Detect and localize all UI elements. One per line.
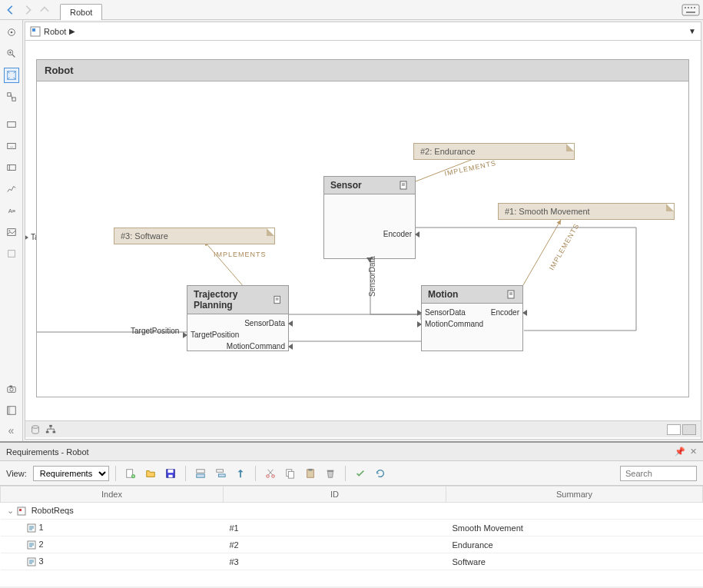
trace-icon[interactable] (4, 181, 19, 197)
promote-icon[interactable] (232, 465, 249, 482)
col-header-id[interactable]: ID (224, 487, 446, 503)
svg-point-22 (8, 230, 10, 231)
refresh-icon[interactable] (372, 465, 389, 482)
database-icon[interactable] (30, 424, 41, 435)
col-header-summary[interactable]: Summary (446, 487, 703, 503)
rect-icon[interactable] (4, 246, 19, 261)
port-encoder-out[interactable] (522, 310, 527, 316)
svg-rect-18 (7, 165, 15, 171)
block-sensor[interactable]: Sensor Encoder (323, 176, 416, 259)
fit-icon[interactable] (4, 68, 19, 83)
panel-icon[interactable] (4, 403, 19, 418)
tree-toggle-icon[interactable]: ⌄ (7, 506, 15, 516)
close-icon[interactable]: ✕ (690, 447, 697, 457)
signal-label-targetposition: TargetPosition (131, 327, 179, 335)
port-motioncommand-out[interactable] (288, 344, 293, 350)
table-row[interactable]: 2 #2 Endurance (1, 537, 703, 553)
keyboard-icon[interactable] (681, 4, 700, 16)
doc-icon (274, 295, 282, 304)
block-motion[interactable]: Motion SensorData Encoder (421, 285, 523, 351)
svg-rect-30 (32, 28, 35, 32)
pin-icon[interactable]: 📌 (675, 447, 685, 457)
col-header-index[interactable]: Index (1, 487, 224, 503)
tab-robot[interactable]: Robot (60, 4, 102, 20)
port-label: MotionCommand (425, 320, 483, 328)
target-icon[interactable] (4, 25, 19, 40)
layout-icon[interactable] (4, 89, 19, 105)
svg-line-31 (204, 241, 244, 287)
signal-icon[interactable]: ↔ (4, 138, 19, 154)
left-sidebar: ↔ A≡ « (0, 20, 23, 441)
svg-point-63 (266, 474, 269, 477)
svg-rect-28 (7, 407, 10, 415)
cell-id: #2 (224, 537, 446, 553)
bus-icon[interactable] (4, 160, 19, 175)
note-smooth[interactable]: #1: Smooth Movement (498, 203, 675, 220)
table-row[interactable]: 1 #1 Smooth Movement (1, 520, 703, 537)
port-sensordata-in[interactable] (417, 310, 422, 316)
camera-icon[interactable] (4, 381, 19, 397)
view-tab-1[interactable] (667, 424, 681, 435)
block-title: Trajectory Planning (194, 289, 274, 311)
breadcrumb-bar: Robot ▶ ▼ (25, 22, 701, 41)
svg-rect-26 (9, 386, 12, 387)
text-icon[interactable]: A≡ (4, 203, 19, 218)
top-toolbar: Robot (0, 0, 703, 20)
cell-summary: Endurance (446, 537, 703, 553)
hierarchy-icon[interactable] (45, 424, 56, 435)
cell-index: 1 (39, 523, 44, 532)
paste-icon[interactable] (302, 465, 319, 482)
breadcrumb-arrow-icon[interactable]: ▶ (69, 27, 75, 35)
collapse-sidebar-icon[interactable]: « (8, 424, 15, 437)
check-icon[interactable] (352, 465, 369, 482)
note-label: #1: Smooth Movement (505, 207, 590, 216)
robot-block[interactable]: Robot (36, 59, 689, 397)
open-icon[interactable] (142, 465, 159, 482)
image-icon[interactable] (4, 224, 19, 240)
requirements-table: Index ID Summary ⌄ RobotReqs 1 #1 Smooth… (0, 486, 703, 570)
svg-rect-15 (7, 122, 15, 128)
view-select[interactable]: Requirements (33, 466, 109, 481)
signal-label-sensordata: SensorData (368, 256, 376, 297)
save-icon[interactable] (162, 465, 179, 482)
copy-icon[interactable] (282, 465, 299, 482)
svg-rect-4 (694, 7, 695, 8)
svg-rect-23 (8, 251, 15, 257)
back-button[interactable] (3, 2, 18, 18)
svg-rect-60 (196, 473, 204, 477)
add-below-icon[interactable] (192, 465, 209, 482)
up-button[interactable] (37, 2, 52, 18)
new-req-icon[interactable]: + (122, 465, 139, 482)
table-row-root[interactable]: ⌄ RobotReqs (1, 503, 703, 520)
implements-label-1: IMPLEMENTS (214, 251, 267, 258)
port-motioncommand-in[interactable] (417, 321, 422, 327)
cell-summary: Smooth Movement (446, 520, 703, 537)
port-sensordata-in[interactable] (288, 321, 293, 327)
forward-button[interactable] (20, 2, 35, 18)
breadcrumb-dropdown-icon[interactable]: ▼ (688, 27, 696, 35)
zoom-icon[interactable] (4, 46, 19, 61)
reqset-icon (17, 507, 26, 516)
block-trajectory[interactable]: Trajectory Planning SensorData TargetPos… (187, 285, 289, 351)
diagram-canvas[interactable]: TargetPosition Robot (25, 41, 701, 420)
delete-icon[interactable] (322, 465, 339, 482)
svg-rect-50 (49, 424, 52, 427)
port-targetposition-in[interactable] (183, 332, 187, 338)
view-tab-2[interactable] (682, 424, 696, 435)
svg-rect-51 (46, 430, 49, 433)
search-input[interactable] (620, 466, 697, 481)
doc-icon (400, 181, 409, 190)
svg-rect-2 (688, 7, 689, 8)
note-endurance[interactable]: #2: Endurance (413, 143, 575, 160)
add-child-icon[interactable] (212, 465, 229, 482)
breadcrumb-text[interactable]: Robot (44, 27, 66, 36)
note-software[interactable]: #3: Software (114, 228, 275, 244)
port-encoder-in[interactable] (415, 231, 419, 238)
block-icon[interactable] (4, 117, 19, 132)
table-row[interactable]: 3 #3 Software (1, 553, 703, 570)
svg-rect-66 (288, 471, 293, 478)
req-icon (27, 557, 36, 566)
svg-rect-3 (691, 7, 692, 8)
port-label: MotionCommand (227, 342, 285, 350)
cut-icon[interactable] (262, 465, 279, 482)
